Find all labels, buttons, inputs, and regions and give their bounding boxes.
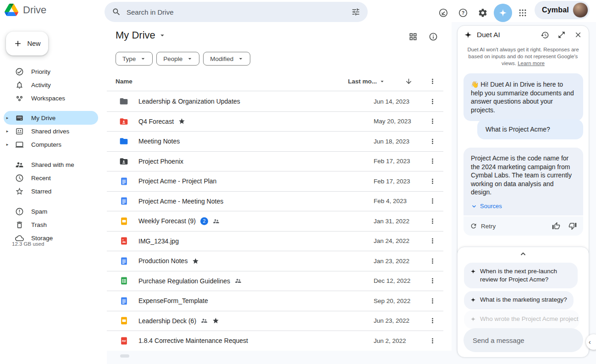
file-row[interactable]: Production Notes Jan 23, 2022 bbox=[107, 251, 443, 271]
last-modified-date: Sep 20, 2022 bbox=[374, 298, 421, 304]
more-options-icon[interactable] bbox=[421, 98, 443, 105]
expand-caret-icon[interactable]: ▸ bbox=[4, 129, 11, 133]
more-options-icon[interactable] bbox=[421, 317, 443, 325]
my-drive-title-button[interactable]: My Drive bbox=[116, 29, 166, 41]
chevron-down-icon bbox=[471, 203, 477, 210]
suggestion-chip[interactable]: What is the marketing strategy? bbox=[464, 291, 574, 309]
collapse-suggestions-icon[interactable] bbox=[519, 250, 527, 260]
close-icon[interactable] bbox=[574, 31, 582, 39]
expand-icon[interactable] bbox=[557, 31, 566, 39]
file-row[interactable]: PDF 1.8.4 Corrective Maintenance Request… bbox=[107, 331, 443, 351]
file-row[interactable]: Q4 Forecast May 20, 2023 bbox=[107, 112, 443, 132]
sidebar-item-my-drive[interactable]: ▸ My Drive bbox=[4, 111, 98, 125]
user-message: What is Project Acme? bbox=[477, 119, 583, 139]
file-row[interactable]: Leadership & Organization Updates Jun 14… bbox=[107, 92, 443, 112]
search-bar[interactable]: Search in Drive bbox=[105, 2, 368, 22]
search-icon[interactable] bbox=[112, 7, 121, 17]
expand-caret-icon[interactable]: ▸ bbox=[4, 142, 11, 147]
thumbs-down-icon[interactable] bbox=[568, 222, 577, 230]
avatar[interactable] bbox=[573, 2, 588, 18]
more-options-icon[interactable] bbox=[421, 197, 443, 205]
message-input[interactable]: Send a message bbox=[464, 328, 583, 352]
file-type-icon bbox=[119, 157, 128, 166]
sidebar-item-shared-with-me[interactable]: Shared with me bbox=[4, 158, 98, 171]
file-row[interactable]: Project Acme - Meeting Notes Feb 4, 2023 bbox=[107, 192, 443, 212]
last-modified-date: Dec 12, 2022 bbox=[374, 277, 421, 284]
offline-status-icon[interactable] bbox=[434, 4, 453, 22]
file-row[interactable]: Weekly Forecast (9) 2 Jan 31, 2022 bbox=[107, 211, 443, 232]
filter-people[interactable]: People bbox=[156, 52, 199, 66]
more-options-icon[interactable] bbox=[421, 337, 443, 345]
file-name: Purchase Regulation Guidelines bbox=[138, 277, 230, 285]
sources-label: Sources bbox=[480, 202, 502, 210]
shared-icon bbox=[201, 317, 208, 324]
more-options-icon[interactable] bbox=[421, 277, 443, 285]
more-options-icon[interactable] bbox=[421, 237, 443, 245]
more-options-icon[interactable] bbox=[421, 297, 443, 305]
help-icon[interactable]: ? bbox=[454, 4, 472, 22]
retry-button[interactable]: Retry bbox=[470, 222, 552, 230]
name-column-header[interactable]: Name bbox=[116, 78, 348, 85]
sidebar-item-recent[interactable]: Recent bbox=[4, 171, 98, 185]
last-modified-date: May 20, 2023 bbox=[374, 118, 421, 125]
filter-type[interactable]: Type bbox=[116, 52, 153, 66]
sidebar-item-spam[interactable]: Spam bbox=[4, 204, 98, 218]
sources-toggle[interactable]: Sources bbox=[471, 202, 576, 210]
sidebar-item-label: Computers bbox=[31, 141, 61, 148]
modified-column-header[interactable]: Last mo... bbox=[348, 78, 396, 85]
bell-icon bbox=[15, 80, 24, 89]
workspaces-icon bbox=[15, 94, 24, 103]
file-row[interactable]: Meeting Notes Jun 18, 2023 bbox=[107, 132, 443, 152]
grid-view-icon[interactable] bbox=[408, 32, 418, 41]
file-type-icon bbox=[119, 97, 128, 106]
filter-modified[interactable]: Modified bbox=[203, 52, 250, 66]
more-options-icon[interactable] bbox=[421, 117, 443, 125]
sidebar-item-shared-drives[interactable]: ▸ Shared drives bbox=[4, 124, 98, 138]
sort-direction-icon[interactable] bbox=[396, 77, 421, 85]
file-row[interactable]: Project Phoenix Feb 17, 2023 bbox=[107, 152, 443, 172]
suggestion-chip[interactable]: When is the next pre-launch review for P… bbox=[464, 263, 578, 288]
more-options-icon[interactable] bbox=[421, 157, 443, 165]
more-options-icon[interactable] bbox=[421, 257, 443, 265]
learn-more-link[interactable]: Learn more bbox=[518, 61, 545, 66]
sidebar-item-workspaces[interactable]: Workspaces bbox=[4, 91, 98, 105]
search-placeholder[interactable]: Search in Drive bbox=[127, 8, 346, 16]
details-info-icon[interactable] bbox=[429, 32, 438, 41]
drive-home-link[interactable]: Drive bbox=[5, 4, 46, 16]
sidebar-item-computers[interactable]: ▸ Computers bbox=[4, 138, 98, 151]
file-row[interactable]: Leadership Deck (6) Jun 23, 2022 bbox=[107, 311, 443, 331]
file-row[interactable]: IMG_1234.jpg Jan 24, 2022 bbox=[107, 232, 443, 252]
app-name: Drive bbox=[23, 4, 46, 16]
filter-label: People bbox=[163, 55, 182, 62]
plus-icon bbox=[13, 39, 22, 48]
file-row[interactable]: Project Acme - Project Plan Feb 17, 2023 bbox=[107, 171, 443, 192]
file-list-panel: My Drive Type People Modified Name bbox=[107, 26, 452, 351]
advanced-search-icon[interactable] bbox=[351, 7, 360, 17]
sidebar-item-label: Starred bbox=[31, 188, 51, 195]
expand-caret-icon[interactable]: ▸ bbox=[4, 116, 11, 120]
apps-grid-icon[interactable] bbox=[513, 4, 532, 22]
sidebar-item-trash[interactable]: Trash bbox=[4, 218, 98, 232]
file-row[interactable]: ExpenseForm_Template Sep 20, 2022 bbox=[107, 291, 443, 311]
sidebar-item-starred[interactable]: Starred bbox=[4, 184, 98, 198]
thumbs-up-icon[interactable] bbox=[552, 222, 560, 230]
sidebar-item-priority[interactable]: Priority bbox=[4, 65, 98, 78]
last-modified-date: Feb 4, 2023 bbox=[374, 198, 421, 204]
settings-icon[interactable] bbox=[474, 4, 492, 22]
new-button[interactable]: New bbox=[6, 32, 48, 55]
more-options-icon[interactable] bbox=[421, 217, 443, 225]
file-name: ExpenseForm_Template bbox=[138, 297, 208, 304]
account-pill[interactable]: Cymbal bbox=[535, 1, 590, 19]
more-options-icon[interactable] bbox=[421, 138, 443, 145]
sidebar-item-activity[interactable]: Activity bbox=[4, 78, 98, 92]
header-more-options-icon[interactable] bbox=[421, 77, 443, 85]
suggestion-chip[interactable]: Who wrote the Project Acme project bbox=[464, 310, 579, 329]
history-icon[interactable] bbox=[541, 31, 549, 39]
file-name: Leadership Deck (6) bbox=[138, 317, 196, 325]
file-row[interactable]: Purchase Regulation Guidelines Dec 12, 2… bbox=[107, 271, 443, 292]
duet-ai-button[interactable] bbox=[494, 4, 512, 22]
file-name: 1.8.4 Corrective Maintenance Request bbox=[138, 337, 248, 344]
file-name: Production Notes bbox=[138, 257, 188, 265]
more-options-icon[interactable] bbox=[421, 177, 443, 185]
sidebar-item-label: Storage bbox=[31, 235, 53, 242]
